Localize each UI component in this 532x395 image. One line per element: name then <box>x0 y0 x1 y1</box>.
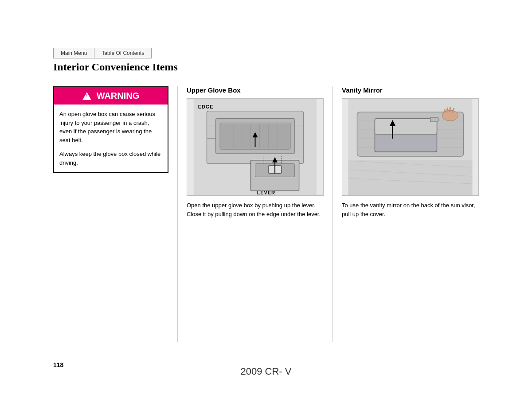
upper-glove-box-column: Upper Glove Box EDGE <box>177 86 332 342</box>
upper-glove-box-title: Upper Glove Box <box>187 86 324 94</box>
warning-column: ! WARNING An open glove box can cause se… <box>53 86 177 342</box>
svg-text:EDGE: EDGE <box>198 104 214 109</box>
svg-rect-34 <box>375 119 437 134</box>
footer-title: 2009 CR- V <box>0 366 532 377</box>
svg-line-38 <box>447 108 448 112</box>
main-menu-button[interactable]: Main Menu <box>53 48 94 58</box>
svg-rect-46 <box>348 160 473 196</box>
page-title: Interior Convenience Items <box>53 61 479 76</box>
warning-triangle-icon: ! <box>82 92 91 100</box>
svg-line-39 <box>450 108 450 112</box>
upper-glove-box-description: Open the upper glove box by pushing up t… <box>187 201 324 218</box>
svg-text:LEVER: LEVER <box>257 190 275 195</box>
warning-paragraph-1: An open glove box can cause serious inju… <box>59 110 162 144</box>
vanity-mirror-diagram <box>342 98 479 196</box>
vanity-mirror-column: Vanity Mirror <box>332 86 479 342</box>
page-container: Main Menu Table Of Contents Interior Con… <box>0 0 532 395</box>
svg-rect-35 <box>430 117 438 122</box>
warning-box: ! WARNING An open glove box can cause se… <box>53 86 168 173</box>
warning-header: ! WARNING <box>54 87 168 105</box>
vanity-mirror-description: To use the vanity mirror on the back of … <box>342 201 479 218</box>
warning-label: WARNING <box>97 91 140 101</box>
svg-line-40 <box>453 108 454 112</box>
glove-box-diagram: EDGE <box>187 98 324 196</box>
vanity-mirror-title: Vanity Mirror <box>342 86 479 94</box>
toc-button[interactable]: Table Of Contents <box>94 48 152 58</box>
content-area: ! WARNING An open glove box can cause se… <box>53 86 479 342</box>
warning-paragraph-2: Always keep the glove box closed while d… <box>59 150 162 167</box>
warning-text: An open glove box can cause serious inju… <box>54 105 168 172</box>
nav-bar: Main Menu Table Of Contents <box>53 48 152 58</box>
